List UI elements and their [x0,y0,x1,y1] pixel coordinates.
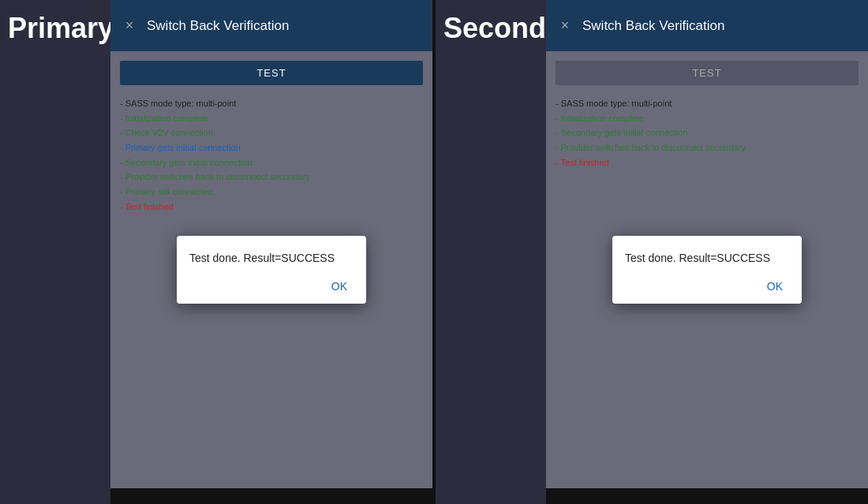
secondary-content: TEST - SASS mode type: multi-point - Ini… [546,51,868,488]
primary-label: Primary [8,12,114,45]
secondary-dialog-message: Test done. Result=SUCCESS [625,252,789,264]
secondary-dialog-overlay: Test done. Result=SUCCESS OK [546,51,868,488]
secondary-dialog-ok-button[interactable]: OK [761,277,789,296]
primary-dialog-actions: OK [189,277,354,296]
secondary-label-area: Secondary [436,0,546,504]
primary-bottom-bar [110,488,432,504]
primary-screen: × Switch Back Verification TEST - SASS m… [110,0,432,504]
primary-panel: Primary × Switch Back Verification TEST … [0,0,432,504]
primary-label-area: Primary [0,0,110,504]
primary-header-title: Switch Back Verification [147,18,289,34]
secondary-header-title: Switch Back Verification [582,18,724,34]
secondary-screen: × Switch Back Verification TEST - SASS m… [546,0,868,504]
secondary-dialog: Test done. Result=SUCCESS OK [612,236,802,304]
primary-dialog-ok-button[interactable]: OK [325,277,354,296]
secondary-dialog-actions: OK [625,277,789,296]
secondary-header: × Switch Back Verification [546,0,868,51]
secondary-close-button[interactable]: × [556,17,574,35]
primary-header: × Switch Back Verification [110,0,432,51]
primary-dialog: Test done. Result=SUCCESS OK [177,236,366,304]
primary-dialog-overlay: Test done. Result=SUCCESS OK [110,51,432,488]
secondary-panel: Secondary × Switch Back Verification TES… [436,0,868,504]
secondary-bottom-bar [546,488,868,504]
primary-dialog-message: Test done. Result=SUCCESS [189,252,354,264]
primary-content: TEST - SASS mode type: multi-point - Ini… [110,51,432,488]
primary-close-button[interactable]: × [120,17,139,35]
